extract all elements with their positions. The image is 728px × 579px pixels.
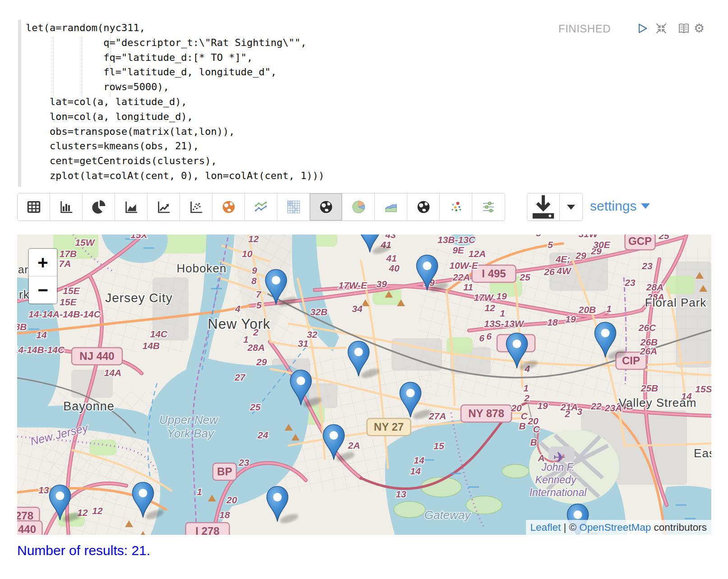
chart-button-bar-chart[interactable] — [50, 193, 83, 221]
airport-label: International — [530, 487, 587, 498]
chart-type-toolbar — [17, 193, 505, 221]
road-number-label: B — [519, 421, 525, 431]
map-zoom-control: + − — [28, 248, 58, 304]
paragraph-status: FINISHED — [558, 23, 611, 35]
chart-button-scatter-chart[interactable] — [180, 193, 212, 221]
road-number-label: 14A — [104, 368, 122, 378]
road-number-label: 41 — [386, 253, 396, 263]
road-number-label: 32B — [310, 307, 328, 317]
chart-button-line-chart[interactable] — [147, 193, 180, 221]
chart-button-scatter-colored[interactable] — [440, 193, 472, 221]
road-number-label: 14 — [36, 330, 47, 340]
road-number-label: 17W-E — [338, 280, 367, 290]
caret-down-icon — [641, 203, 650, 209]
airport-label: Kennedy — [535, 474, 577, 486]
road-number-label: 1 — [197, 487, 202, 497]
pie-chart-icon — [92, 200, 106, 214]
gear-icon: ⚙ — [694, 22, 705, 35]
road-number-label: 13 — [38, 485, 49, 495]
road-number-label: 12A — [469, 248, 486, 259]
paragraph-settings-button[interactable]: ⚙ — [694, 22, 706, 35]
chart-button-area-chart-colored[interactable] — [375, 193, 407, 221]
leaflet-link[interactable]: Leaflet — [530, 522, 561, 533]
road-number-label: C — [521, 411, 528, 421]
download-icon — [527, 191, 559, 223]
road-number-label: 13S-13W — [484, 318, 525, 329]
scatter-chart-icon — [189, 200, 203, 214]
road-number-label: 20 — [511, 403, 522, 413]
code-editor[interactable]: let(a=random(nyc311, q="descriptor_t:\"R… — [26, 21, 324, 184]
svg-text:I 495: I 495 — [482, 267, 506, 280]
svg-text:440: 440 — [18, 523, 36, 535]
road-number-label: 2 — [564, 409, 570, 419]
chart-button-table[interactable] — [18, 193, 50, 221]
chart-button-pie-chart-colored[interactable] — [342, 193, 375, 221]
caret-down-icon — [567, 205, 575, 210]
svg-text:I 278: I 278 — [195, 525, 219, 535]
road-number-label: 39 — [376, 279, 387, 289]
road-number-label: 10 — [242, 248, 253, 259]
road-number-label: 6 — [486, 331, 492, 341]
collapse-icon — [655, 22, 668, 35]
road-number-label: 8B — [17, 322, 27, 332]
svg-text:NY 27: NY 27 — [374, 421, 404, 433]
road-number-label: 14-14A-14B-14C — [28, 309, 101, 319]
chart-button-line-chart-colored[interactable] — [245, 193, 277, 221]
road-number-label: 7 — [256, 289, 262, 299]
download-group — [527, 193, 583, 221]
road-number-label: 5 — [548, 239, 553, 250]
road-badge: GCP — [625, 234, 655, 250]
show-editor-button[interactable] — [677, 22, 690, 35]
road-number-label: 25 — [249, 402, 261, 412]
osm-link[interactable]: OpenStreetMap — [579, 522, 651, 533]
download-caret-button[interactable] — [560, 193, 582, 221]
play-icon — [636, 22, 649, 35]
road-number-label: 5 — [536, 234, 541, 238]
road-number-label: 12 — [92, 505, 103, 516]
run-button[interactable] — [636, 22, 649, 35]
road-number-label: 15E — [60, 297, 77, 307]
map-canvas[interactable]: ✈NJ 440I 495GCPCIPNY 878BPI 278278440NY … — [17, 234, 711, 535]
road-number-label: 13 — [396, 489, 406, 499]
collapse-button[interactable] — [655, 22, 668, 35]
chart-button-parallel-coordinates[interactable] — [472, 193, 505, 221]
road-number-label: 26 — [544, 267, 555, 277]
sliders-icon — [481, 200, 496, 214]
road-number-label: 15E — [63, 285, 80, 296]
road-number-label: 10W-E — [449, 260, 478, 271]
road-number-label: 1 — [606, 303, 612, 314]
road-number-label: 23 — [624, 277, 636, 288]
download-button[interactable] — [527, 193, 560, 221]
chart-button-area-chart[interactable] — [115, 193, 147, 221]
settings-link[interactable]: settings — [590, 198, 650, 214]
line-chart-icon — [157, 200, 171, 214]
road-number-label: 26C — [638, 322, 656, 333]
road-badge: NY 878 — [461, 405, 511, 422]
road-badge: NY 27 — [367, 418, 411, 436]
grid-icon — [286, 200, 301, 214]
chart-button-heatmap-grid[interactable] — [277, 193, 310, 221]
chart-button-pie-chart[interactable] — [83, 193, 115, 221]
zoom-out-button[interactable]: − — [29, 276, 57, 303]
chart-button-map-dark-2[interactable] — [407, 193, 440, 221]
chart-button-map-orange[interactable] — [212, 193, 245, 221]
scatter-colored-icon — [449, 200, 463, 214]
road-number-label: 28A — [646, 282, 664, 292]
city-label: New York — [208, 316, 271, 332]
area-chart-icon — [124, 200, 138, 214]
road-badge: BP — [213, 463, 236, 480]
zoom-in-button[interactable]: + — [29, 249, 57, 276]
road-badge: 440 — [17, 521, 42, 535]
road-number-label: 9E — [452, 245, 465, 255]
road-number-label: 22 — [590, 401, 602, 411]
svg-text:278: 278 — [17, 510, 33, 522]
road-number-label: 15 — [433, 441, 444, 451]
zeppelin-paragraph: let(a=random(nyc311, q="descriptor_t:\"R… — [0, 0, 728, 579]
road-number-label: 8 — [251, 276, 257, 286]
svg-text:GCP: GCP — [628, 235, 652, 247]
road-number-label: 23 — [238, 457, 249, 468]
chart-button-map-dark[interactable] — [310, 193, 342, 221]
svg-text:BP: BP — [217, 465, 232, 478]
road-number-label: 7A — [59, 258, 71, 269]
road-number-label: 34 — [352, 303, 363, 314]
